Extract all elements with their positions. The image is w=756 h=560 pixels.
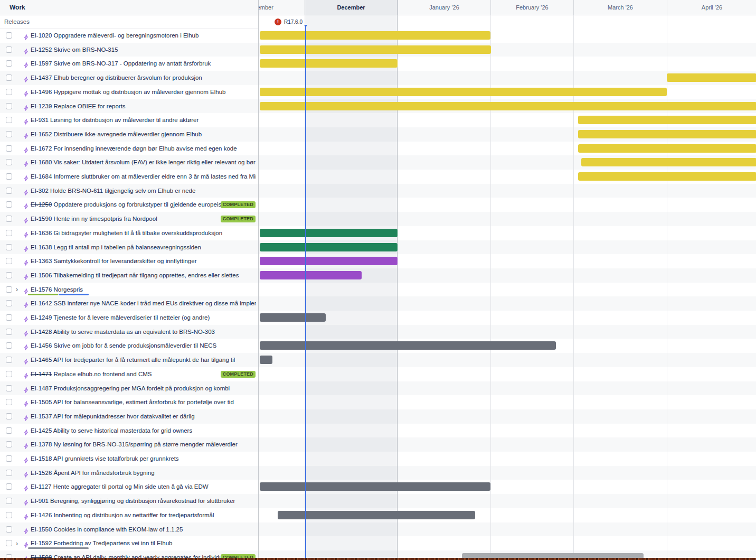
- work-item-row-ei-1456[interactable]: EI-1456 Skrive om jobb for å sende produ…: [0, 339, 258, 353]
- issue-label[interactable]: EI-1550 Cookies in compliance with EKOM-…: [31, 522, 256, 537]
- row-checkbox[interactable]: [6, 258, 12, 264]
- issue-label[interactable]: EI-1437 Elhub beregner og distribuerer å…: [31, 71, 256, 85]
- releases-row[interactable]: Releases: [0, 15, 258, 29]
- issue-label[interactable]: EI-1127 Hente aggregater til portal og M…: [31, 480, 256, 494]
- issue-label[interactable]: EI-1642 SSB innfører nye NACE-koder i tr…: [31, 296, 256, 311]
- row-checkbox[interactable]: [6, 60, 12, 67]
- schedule-bar-ei-1456[interactable]: [260, 341, 556, 350]
- issue-label[interactable]: EI-1020 Oppgradere måleverdi- og beregni…: [31, 29, 256, 43]
- row-checkbox[interactable]: [6, 145, 12, 152]
- row-checkbox[interactable]: [6, 103, 12, 109]
- issue-label[interactable]: EI-1465 API for tredjeparter for å få re…: [31, 353, 256, 367]
- row-checkbox[interactable]: [6, 230, 12, 236]
- issue-label[interactable]: EI-1652 Distribuere ikke-avregnede målev…: [31, 127, 256, 142]
- row-checkbox[interactable]: [6, 272, 12, 278]
- issue-label[interactable]: EI-1505 API for balanseansvarlige, estim…: [31, 395, 256, 409]
- issue-label[interactable]: EI-1680 Vis saker: Utdatert årsvolum (EA…: [31, 155, 256, 170]
- issue-label[interactable]: EI-931 Løsning for distribusjon av målev…: [31, 113, 256, 127]
- row-checkbox[interactable]: [6, 286, 12, 293]
- issue-label[interactable]: EI-1684 Informere sluttbruker om at måle…: [31, 170, 256, 184]
- issue-label[interactable]: EI-1537 API for målepunktadresser hvor d…: [31, 409, 256, 424]
- row-checkbox[interactable]: [6, 159, 12, 165]
- work-item-row-ei-931[interactable]: EI-931 Løsning for distribusjon av målev…: [0, 113, 258, 127]
- row-checkbox[interactable]: [6, 89, 12, 95]
- work-item-row-ei-1496[interactable]: EI-1496 Hyppigere mottak og distribusjon…: [0, 85, 258, 99]
- row-checkbox[interactable]: [6, 399, 12, 405]
- work-item-row-ei-1597[interactable]: EI-1597 Skrive om BRS-NO-317 - Oppdateri…: [0, 57, 258, 71]
- issue-label[interactable]: EI-1239 Replace OBIEE for reports: [31, 99, 256, 114]
- schedule-bar-ei-1437[interactable]: [667, 73, 756, 82]
- issue-label[interactable]: EI-1638 Legg til antall mp i tabellen på…: [31, 240, 256, 255]
- work-item-row-ei-1425[interactable]: EI-1425 Ability to serve historical mast…: [0, 424, 258, 438]
- schedule-bar-ei-1680[interactable]: [581, 158, 756, 166]
- row-checkbox[interactable]: [6, 74, 12, 81]
- work-item-row-ei-1471[interactable]: EI-1471 Replace elhub.no frontend and CM…: [0, 367, 258, 381]
- schedule-bar-ei-1652[interactable]: [578, 130, 756, 138]
- row-checkbox[interactable]: [6, 413, 12, 419]
- row-checkbox[interactable]: [6, 357, 12, 363]
- schedule-bar-ei-1239[interactable]: [260, 102, 756, 110]
- row-checkbox[interactable]: [6, 441, 12, 447]
- schedule-bar-ei-1363[interactable]: [260, 257, 398, 265]
- issue-label[interactable]: EI-1252 Skrive om BRS-NO-315: [31, 43, 256, 57]
- work-item-row-ei-1672[interactable]: EI-1672 For innsending inneværende døgn …: [0, 142, 258, 156]
- schedule-bar-ei-1506[interactable]: [260, 271, 362, 279]
- issue-label[interactable]: EI-1471 Replace elhub.no frontend and CM…: [31, 367, 224, 381]
- row-checkbox[interactable]: [6, 173, 12, 180]
- row-checkbox[interactable]: [6, 342, 12, 349]
- work-item-row-ei-302[interactable]: EI-302 Holde BRS-NO-611 tilgjengelig sel…: [0, 184, 258, 198]
- work-item-row-ei-1680[interactable]: EI-1680 Vis saker: Utdatert årsvolum (EA…: [0, 155, 258, 170]
- issue-label[interactable]: EI-1590 Hente inn ny timespotpris fra No…: [31, 212, 224, 226]
- row-checkbox[interactable]: [6, 455, 12, 462]
- work-item-row-ei-1020[interactable]: EI-1020 Oppgradere måleverdi- og beregni…: [0, 29, 258, 43]
- issue-label[interactable]: EI-1636 Gi bidragsyter muligheten til å …: [31, 226, 256, 240]
- row-checkbox[interactable]: [6, 314, 12, 321]
- work-item-row-ei-1239[interactable]: EI-1239 Replace OBIEE for reports: [0, 99, 258, 114]
- issue-label[interactable]: EI-1597 Skrive om BRS-NO-317 - Oppdateri…: [31, 57, 256, 71]
- issue-label[interactable]: EI-1426 Innhenting og distribusjon av ne…: [31, 508, 256, 522]
- work-item-row-ei-1537[interactable]: EI-1537 API for målepunktadresser hvor d…: [0, 409, 258, 424]
- row-checkbox[interactable]: [6, 427, 12, 434]
- schedule-bar-ei-1127[interactable]: [260, 482, 490, 491]
- row-checkbox[interactable]: [6, 329, 12, 335]
- work-item-row-ei-1576[interactable]: ›EI-1576 Norgespris: [0, 283, 258, 297]
- issue-label[interactable]: EI-901 Beregning, synliggjøring og distr…: [31, 494, 256, 508]
- issue-label[interactable]: EI-1250 Oppdatere produksjons og forbruk…: [31, 198, 224, 212]
- issue-label[interactable]: EI-1428 Ability to serve masterdata as a…: [31, 325, 256, 339]
- schedule-bar-ei-1638[interactable]: [260, 243, 398, 251]
- schedule-bar-ei-1426[interactable]: [278, 511, 475, 519]
- work-item-row-ei-1526[interactable]: EI-1526 Åpent API for månedsforbruk bygn…: [0, 466, 258, 480]
- work-item-row-ei-1249[interactable]: EI-1249 Tjeneste for å levere måleverdis…: [0, 311, 258, 325]
- issue-label[interactable]: EI-1425 Ability to serve historical mast…: [31, 424, 256, 438]
- work-item-row-ei-1465[interactable]: EI-1465 API for tredjeparter for å få re…: [0, 353, 258, 367]
- work-item-row-ei-1252[interactable]: EI-1252 Skrive om BRS-NO-315: [0, 43, 258, 57]
- row-checkbox[interactable]: [6, 470, 12, 476]
- issue-label[interactable]: EI-1506 Tilbakemelding til tredjepart nå…: [31, 268, 256, 283]
- issue-label[interactable]: EI-1456 Skrive om jobb for å sende produ…: [31, 339, 256, 353]
- work-item-row-ei-1505[interactable]: EI-1505 API for balanseansvarlige, estim…: [0, 395, 258, 409]
- row-checkbox[interactable]: [6, 526, 12, 533]
- issue-label[interactable]: EI-1487 Produksjonsaggregering per MGA f…: [31, 381, 256, 396]
- work-item-row-ei-1363[interactable]: EI-1363 Samtykkekontroll for leverandørs…: [0, 254, 258, 268]
- issue-label[interactable]: EI-1672 For innsending inneværende døgn …: [31, 142, 256, 156]
- work-item-row-ei-1378[interactable]: EI-1378 Ny løsning for BRS-NO-315/spørri…: [0, 437, 258, 452]
- work-item-row-ei-1428[interactable]: EI-1428 Ability to serve masterdata as a…: [0, 325, 258, 339]
- work-item-row-ei-1684[interactable]: EI-1684 Informere sluttbruker om at måle…: [0, 170, 258, 184]
- work-item-row-ei-1487[interactable]: EI-1487 Produksjonsaggregering per MGA f…: [0, 381, 258, 396]
- row-checkbox[interactable]: [6, 216, 12, 222]
- expand-chevron-icon[interactable]: ›: [14, 283, 20, 297]
- row-checkbox[interactable]: [6, 131, 12, 137]
- row-checkbox[interactable]: [6, 201, 12, 208]
- work-item-row-ei-1592[interactable]: ›EI-1592 Forbedring av Tredjepartens vei…: [0, 536, 258, 550]
- schedule-bar-ei-1597[interactable]: [260, 59, 398, 68]
- schedule-bar-ei-1252[interactable]: [260, 45, 491, 54]
- schedule-bar-ei-1249[interactable]: [260, 313, 326, 322]
- row-checkbox[interactable]: [6, 300, 12, 306]
- work-item-row-ei-901[interactable]: EI-901 Beregning, synliggjøring og distr…: [0, 494, 258, 508]
- issue-label[interactable]: EI-1363 Samtykkekontroll for leverandørs…: [31, 254, 256, 268]
- row-checkbox[interactable]: [6, 540, 12, 546]
- work-item-row-ei-1636[interactable]: EI-1636 Gi bidragsyter muligheten til å …: [0, 226, 258, 240]
- schedule-bar-ei-1496[interactable]: [260, 88, 667, 96]
- work-item-row-ei-1590[interactable]: EI-1590 Hente inn ny timespotpris fra No…: [0, 212, 258, 226]
- release-marker[interactable]: ! R17.6.0: [259, 15, 304, 29]
